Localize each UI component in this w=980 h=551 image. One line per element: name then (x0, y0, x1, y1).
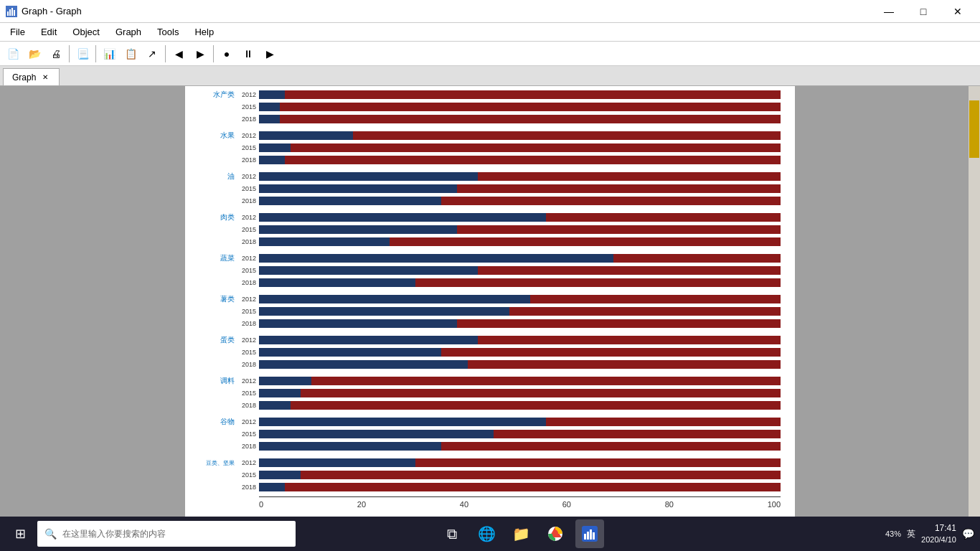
year-label: 2015 (239, 144, 259, 151)
taskbar-folder[interactable]: 📁 (507, 519, 535, 548)
taskbar-chrome[interactable] (541, 519, 570, 548)
bar-red (390, 237, 781, 246)
bar-container (259, 197, 781, 205)
menu-graph[interactable]: Graph (108, 24, 149, 41)
bar-red (301, 389, 781, 397)
x-tick-80: 80 (665, 500, 674, 509)
toolbar-chart[interactable]: 📊 (99, 44, 119, 64)
bar-container (259, 389, 781, 397)
chart-row: 2015 (199, 347, 781, 358)
bar-blue (259, 418, 546, 426)
close-button[interactable]: ✕ (941, 0, 974, 23)
scrollbar-thumb[interactable] (969, 100, 979, 158)
tab-close-button[interactable]: ✕ (40, 72, 50, 83)
tab-graph[interactable]: Graph ✕ (3, 68, 60, 85)
bar-blue (259, 483, 285, 491)
toolbar-arrow[interactable]: ↗ (142, 44, 162, 64)
battery-level: 43% (885, 529, 901, 538)
year-label: 2012 (239, 255, 259, 262)
toolbar-back[interactable]: ◀ (169, 44, 189, 64)
taskbar: ⊞ 🔍 在这里输入你要搜索的内容 ⧉ 🌐 📁 (0, 517, 980, 551)
toolbar-play[interactable]: ▶ (260, 44, 280, 64)
toolbar-print[interactable]: 🖨 (46, 44, 66, 64)
svg-rect-3 (11, 8, 13, 16)
bar-container (259, 156, 781, 164)
year-label: 2015 (239, 349, 259, 356)
maximize-button[interactable]: □ (907, 0, 940, 23)
year-label: 2015 (239, 430, 259, 438)
toolbar-page[interactable]: 📃 (72, 44, 93, 64)
title-bar-left: Graph - Graph (6, 6, 82, 17)
year-label: 2015 (239, 267, 259, 274)
bar-container (259, 254, 781, 263)
clock-date: 2020/4/10 (921, 534, 956, 545)
taskbar-search[interactable]: 🔍 在这里输入你要搜索的内容 (37, 521, 296, 547)
x-tick-40: 40 (460, 500, 468, 509)
svg-rect-1 (7, 11, 9, 16)
x-tick-60: 60 (562, 500, 571, 509)
menu-tools[interactable]: Tools (150, 24, 186, 41)
bar-container (259, 237, 781, 246)
bar-blue (259, 278, 415, 287)
start-button[interactable]: ⊞ (6, 519, 34, 548)
year-label: 2015 (239, 390, 259, 397)
taskbar-graph-app[interactable] (575, 519, 604, 548)
bar-red (509, 307, 781, 316)
svg-rect-8 (584, 534, 586, 540)
bar-container (259, 319, 781, 328)
bar-red (441, 348, 781, 357)
chart-row: 2018 (199, 195, 781, 207)
toolbar-pause[interactable]: ⏸ (238, 44, 258, 64)
notification-icon[interactable]: 💬 (962, 528, 974, 540)
minimize-button[interactable]: — (872, 0, 905, 23)
chart-row: 2018 (199, 154, 781, 166)
bar-blue (259, 115, 280, 123)
year-label: 2018 (239, 238, 259, 245)
taskbar-task-view[interactable]: ⧉ (438, 519, 466, 548)
menu-object[interactable]: Object (65, 24, 107, 41)
bar-container (259, 225, 781, 234)
toolbar-forward[interactable]: ▶ (190, 44, 210, 64)
category-label: 薯类 (199, 294, 239, 304)
scrollbar[interactable] (969, 86, 980, 517)
menu-file[interactable]: File (3, 24, 32, 41)
svg-rect-4 (14, 10, 15, 16)
toolbar-open[interactable]: 📂 (24, 44, 44, 64)
bar-container (259, 143, 781, 152)
bar-container (259, 471, 781, 479)
chart-row: 2015 (199, 387, 781, 399)
bar-blue (259, 442, 441, 451)
bar-red (546, 418, 781, 426)
menu-bar: File Edit Object Graph Tools Help (0, 23, 980, 42)
bar-red (468, 360, 781, 369)
chart-row: 2015 (199, 469, 781, 481)
toolbar-new[interactable]: 📄 (3, 44, 23, 64)
year-label: 2018 (239, 156, 259, 164)
year-label: 2012 (239, 173, 259, 180)
bar-blue (259, 131, 353, 140)
year-label: 2018 (239, 279, 259, 286)
toolbar-dot[interactable]: ● (217, 44, 237, 64)
chart-row: 2018 (199, 318, 781, 329)
bar-blue (259, 389, 301, 397)
bar-container (259, 103, 781, 111)
year-label: 2012 (239, 459, 259, 466)
bar-blue (259, 172, 478, 181)
menu-edit[interactable]: Edit (34, 24, 64, 41)
taskbar-edge[interactable]: 🌐 (472, 519, 501, 548)
chart-row: 蔬菜2012 (199, 253, 781, 264)
bar-blue (259, 401, 291, 410)
year-label: 2012 (239, 336, 259, 344)
bar-container (259, 442, 781, 451)
toolbar-data[interactable]: 📋 (121, 44, 141, 64)
chart-row: 2018 (199, 441, 781, 452)
chart-row: 蛋类2012 (199, 334, 781, 346)
bar-container (259, 90, 781, 99)
chart-row: 2015 (199, 224, 781, 235)
menu-help[interactable]: Help (187, 24, 221, 41)
bar-red (415, 458, 781, 467)
bar-blue (259, 184, 457, 193)
chart-row: 2018 (199, 400, 781, 411)
chart-row: 2015 (199, 183, 781, 194)
chart-row: 油2012 (199, 171, 781, 182)
